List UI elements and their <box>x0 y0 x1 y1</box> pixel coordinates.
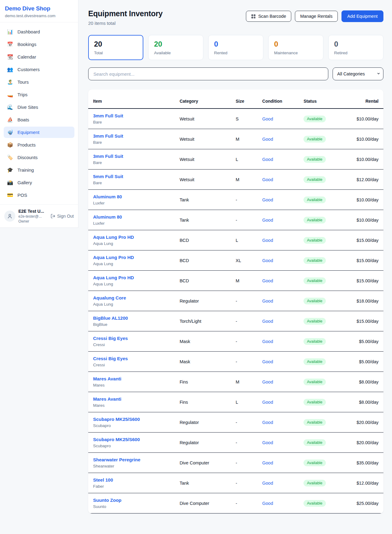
add-equipment-button[interactable]: Add Equipment <box>341 10 383 22</box>
sidebar-nav-item[interactable]: 🤿 Equipment <box>4 127 74 138</box>
sidebar-nav-item[interactable]: 🎓 Training <box>4 164 74 176</box>
item-brand: Bare <box>93 140 171 145</box>
item-name-link[interactable]: Scubapro MK25/S600 <box>93 437 171 442</box>
sidebar-nav-item[interactable]: 🚤 Trips <box>4 89 74 100</box>
item-name-link[interactable]: Scubapro MK25/S600 <box>93 417 171 422</box>
item-category: Regulator <box>175 291 231 311</box>
sign-out-button[interactable]: Sign Out <box>51 214 74 219</box>
item-category: Torch/Light <box>175 311 231 331</box>
stat-card[interactable]: 20 Total <box>88 35 143 60</box>
item-brand: Aqua Lung <box>93 302 171 307</box>
item-name-link[interactable]: Cressi Big Eyes <box>93 356 171 361</box>
category-select[interactable]: All Categories <box>333 67 383 80</box>
sidebar-nav-item[interactable]: 📊 Dashboard <box>4 26 74 37</box>
item-brand: Bare <box>93 120 171 124</box>
item-rental: $5.00/day <box>359 359 379 364</box>
item-name-link[interactable]: Aqualung Core <box>93 295 171 300</box>
item-condition-link[interactable]: Good <box>262 299 273 303</box>
item-condition-link[interactable]: Good <box>262 339 273 344</box>
item-condition-link[interactable]: Good <box>262 177 273 182</box>
item-name-link[interactable]: Mares Avanti <box>93 376 171 381</box>
item-name-link[interactable]: Suunto Zoop <box>93 498 171 503</box>
item-condition-link[interactable]: Good <box>262 420 273 425</box>
stat-label: Available <box>154 51 198 55</box>
item-size: - <box>232 412 258 433</box>
item-condition-link[interactable]: Good <box>262 116 273 121</box>
item-name-link[interactable]: Aqua Lung Pro HD <box>93 235 171 240</box>
sidebar-nav-item[interactable]: 🏝️ Tours <box>4 76 74 88</box>
item-condition-link[interactable]: Good <box>262 460 273 465</box>
main-content: Equipment Inventory 20 items total Scan … <box>78 0 392 513</box>
item-brand: Scubapro <box>93 423 171 428</box>
item-rental: $15.00/day <box>356 258 379 263</box>
item-condition-link[interactable]: Good <box>262 258 273 263</box>
item-name-link[interactable]: Aqua Lung Pro HD <box>93 255 171 260</box>
item-category: Tank <box>175 190 231 210</box>
stat-card[interactable]: 0 Rented <box>208 35 263 60</box>
stat-label: Maintenance <box>274 51 318 55</box>
item-brand: Scubapro <box>93 444 171 448</box>
sidebar-nav-item[interactable]: 💳 POS <box>4 189 74 201</box>
item-name-link[interactable]: 3mm Full Suit <box>93 133 171 139</box>
item-size: - <box>232 352 258 372</box>
item-name-link[interactable]: Aluminum 80 <box>93 194 171 199</box>
item-size: XL <box>232 250 258 271</box>
column-header-size: Size <box>232 90 258 109</box>
status-badge: Available <box>303 358 326 365</box>
item-category: Wetsuit <box>175 170 231 190</box>
stat-card[interactable]: 20 Available <box>148 35 203 60</box>
item-condition-link[interactable]: Good <box>262 481 273 486</box>
item-condition-link[interactable]: Good <box>262 218 273 223</box>
status-badge: Available <box>303 318 326 325</box>
table-row: 3mm Full Suit Bare Wetsuit L Good Availa… <box>88 149 383 170</box>
item-name-link[interactable]: 3mm Full Suit <box>93 113 171 118</box>
sidebar-nav-item[interactable]: 🏷️ Discounts <box>4 152 74 163</box>
item-category: Mask <box>175 352 231 372</box>
item-condition-link[interactable]: Good <box>262 238 273 243</box>
item-name-link[interactable]: Aluminum 80 <box>93 214 171 219</box>
sidebar-nav-item-label: Dive Sites <box>17 105 38 110</box>
stat-card[interactable]: 0 Maintenance <box>268 35 323 60</box>
stat-card[interactable]: 0 Retired <box>328 35 383 60</box>
item-name-link[interactable]: 5mm Full Suit <box>93 174 171 179</box>
column-header-status: Status <box>299 90 345 109</box>
search-input[interactable] <box>88 67 328 80</box>
item-rental: $10.00/day <box>356 218 379 223</box>
item-name-link[interactable]: Cressi Big Eyes <box>93 336 171 341</box>
scan-barcode-button[interactable]: Scan Barcode <box>246 11 291 22</box>
sidebar-nav-item[interactable]: 🌊 Dive Sites <box>4 101 74 113</box>
item-condition-link[interactable]: Good <box>262 157 273 162</box>
item-size: - <box>232 493 258 513</box>
item-size: - <box>232 311 258 331</box>
sidebar-nav-item-label: Products <box>17 142 36 147</box>
item-condition-link[interactable]: Good <box>262 137 273 142</box>
item-condition-link[interactable]: Good <box>262 278 273 283</box>
item-name-link[interactable]: Shearwater Peregrine <box>93 457 171 462</box>
sidebar-nav-item[interactable]: 📆 Calendar <box>4 51 74 63</box>
item-condition-link[interactable]: Good <box>262 400 273 405</box>
item-rental: $12.00/day <box>356 481 379 486</box>
status-badge: Available <box>303 338 326 345</box>
item-condition-link[interactable]: Good <box>262 197 273 202</box>
item-rental: $12.00/day <box>356 177 379 182</box>
item-condition-link[interactable]: Good <box>262 319 273 324</box>
item-condition-link[interactable]: Good <box>262 501 273 506</box>
item-condition-link[interactable]: Good <box>262 440 273 445</box>
graduation-cap-icon: 🎓 <box>7 168 13 173</box>
sidebar-nav-item[interactable]: 📸 Gallery <box>4 177 74 188</box>
sidebar-nav-item[interactable]: ⛵ Boats <box>4 114 74 125</box>
sidebar-nav-item[interactable]: 📦 Products <box>4 139 74 151</box>
item-name-link[interactable]: Aqua Lung Pro HD <box>93 275 171 280</box>
sidebar-nav: 📊 Dashboard 📅 Bookings 📆 Calendar 👥 Cust… <box>0 22 78 204</box>
item-name-link[interactable]: Steel 100 <box>93 477 171 483</box>
item-condition-link[interactable]: Good <box>262 359 273 364</box>
sidebar-nav-item[interactable]: 📅 Bookings <box>4 39 74 50</box>
item-name-link[interactable]: Mares Avanti <box>93 396 171 402</box>
item-condition-link[interactable]: Good <box>262 380 273 384</box>
manage-rentals-button[interactable]: Manage Rentals <box>295 11 338 22</box>
sidebar-nav-item[interactable]: 👥 Customers <box>4 64 74 75</box>
brand-block: Demo Dive Shop demo.test.divestreams.com <box>0 0 78 22</box>
item-name-link[interactable]: BigBlue AL1200 <box>93 315 171 321</box>
item-name-link[interactable]: 3mm Full Suit <box>93 154 171 159</box>
item-rental: $35.00/day <box>356 460 379 465</box>
